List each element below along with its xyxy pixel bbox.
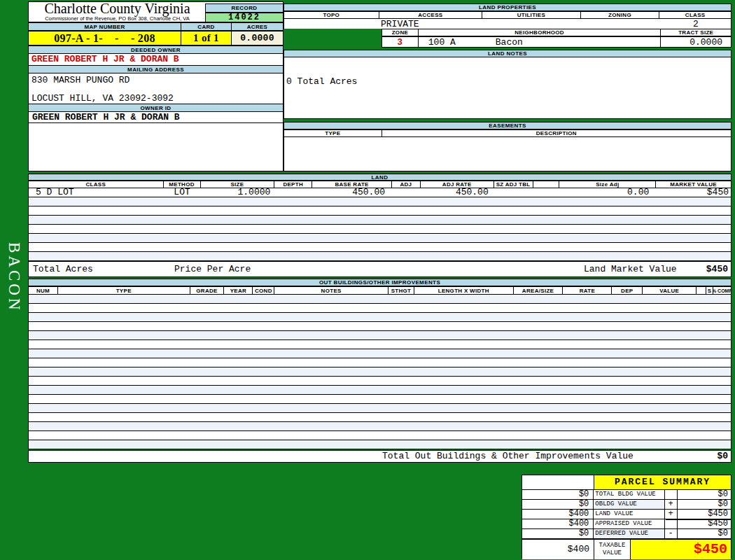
empty-row — [29, 349, 731, 358]
value-deferred: $0 — [678, 529, 731, 538]
record-label: RECORD — [205, 4, 284, 13]
op-deferred: - — [665, 529, 678, 538]
owner-id-value: GREEN ROBERT H JR & DORAN B — [29, 112, 283, 123]
land-cell-sz-adj-tbl — [494, 188, 533, 197]
land-section-label: LAND — [28, 174, 732, 181]
land-cell-method: LOT — [164, 188, 201, 197]
sum-line-appraised — [666, 519, 731, 520]
empty-row — [29, 386, 731, 395]
col-utilities: UTILITIES — [482, 12, 581, 18]
map-header-row: MAP NUMBER CARD ACRES — [28, 22, 284, 31]
acres-value: 0.0000 — [232, 31, 283, 45]
prior-total-bldg: $0 — [522, 490, 594, 499]
county-header: Charlotte County Virginia Commissioner o… — [29, 2, 206, 23]
address-line-2: LOCUST HILL, VA 23092-3092 — [31, 93, 174, 104]
ob-col-dep: DEP — [612, 287, 643, 294]
value-obldg: $0 — [678, 500, 731, 509]
neighborhood-name: Bacon — [496, 37, 523, 47]
property-record-page: BACON Charlotte County Virginia Commissi… — [0, 0, 735, 560]
empty-row — [29, 243, 731, 252]
deeded-owner-label: DEEDED OWNER — [29, 46, 283, 54]
record-value: 14022 — [205, 13, 284, 22]
op-total-bldg — [665, 490, 678, 499]
summary-row-appraised: $400 APPRAISED VALUE $450 — [522, 519, 731, 529]
zone-header-row: ZONE NEIGHBORHOOD TRACT SIZE — [382, 29, 732, 36]
ob-col-cond: COND — [253, 287, 274, 294]
summary-row-deferred: $0 DEFERRED VALUE - $0 — [522, 529, 731, 539]
ob-col-rate: RATE — [563, 287, 612, 294]
address-line-1: 830 MARSH PUNGO RD — [31, 75, 130, 85]
empty-row — [29, 395, 731, 404]
map-number-value: 097-A - 1- - - 208 — [29, 31, 181, 45]
ob-col-s: S — [706, 287, 713, 294]
zone-label: ZONE — [382, 29, 419, 36]
ob-col-length-width: LENGTH X WIDTH — [414, 287, 514, 294]
land-columns: CLASS METHOD SIZE DEPTH BASE RATE ADJ AD… — [28, 181, 732, 188]
label-taxable-line1: TAXABLE — [599, 542, 626, 549]
empty-row — [29, 377, 731, 386]
summary-row-total-bldg: $0 TOTAL BLDG VALUE $0 — [522, 490, 731, 500]
out-buildings-total-value: $0 — [717, 451, 728, 462]
label-total-bldg: TOTAL BLDG VALUE — [594, 490, 664, 499]
land-properties-values: PRIVATE 2 — [284, 19, 732, 29]
land-col-sz-adj-tbl: SZ ADJ TBL — [494, 181, 533, 188]
acres-label: ACRES — [232, 23, 283, 30]
land-col-method: METHOD — [164, 181, 201, 188]
parcel-summary: PARCEL SUMMARY $0 TOTAL BLDG VALUE $0 $0… — [522, 475, 732, 559]
deeded-owner-value: GREEN ROBERT H JR & DORAN B — [29, 54, 283, 66]
ob-col-notes: NOTES — [274, 287, 388, 294]
summary-prior-header — [522, 475, 594, 489]
col-zoning: ZONING — [581, 12, 660, 18]
out-buildings-total-label: Total Out Buildings & Other Improvements… — [382, 451, 634, 462]
easements-columns: TYPE DESCRIPTION — [284, 130, 732, 137]
label-obldg: OBLDG VALUE — [594, 500, 664, 509]
title-strip: Charlotte County Virginia Commissioner o… — [28, 1, 284, 22]
land-cell-class: 5 D LOT — [29, 188, 164, 197]
neighborhood-code: 100 A — [419, 37, 496, 47]
prior-taxable: $400 — [522, 540, 594, 559]
map-number-label: MAP NUMBER — [29, 23, 181, 30]
easement-type-label: TYPE — [284, 130, 382, 136]
owner-block: DEEDED OWNER GREEN ROBERT H JR & DORAN B… — [28, 46, 284, 172]
tract-size-label: TRACT SIZE — [661, 29, 731, 36]
label-taxable-line2: VALUE — [603, 550, 622, 556]
taxable-value: $450 — [631, 540, 731, 559]
land-cell-size: 1.0000 — [201, 188, 275, 197]
easements-box — [284, 137, 732, 172]
land-col-adj: ADJ — [392, 181, 421, 188]
label-deferred: DEFERRED VALUE — [594, 529, 664, 538]
access-value: PRIVATE — [381, 19, 419, 29]
value-total-bldg: $0 — [678, 490, 731, 499]
ob-col-grade: GRADE — [190, 287, 225, 294]
empty-row — [29, 340, 731, 349]
op-obldg: + — [665, 500, 678, 509]
land-market-value: $450 — [706, 262, 728, 276]
label-land: LAND VALUE — [594, 510, 664, 519]
zone-value: 3 — [382, 37, 419, 47]
summary-row-land: $400 LAND VALUE + $450 — [522, 510, 731, 519]
land-notes-text: 0 Total Acres — [286, 76, 357, 87]
ob-col-sthgt: STHGT — [388, 287, 414, 294]
county-subtitle: Commissioner of the Revenue, PO Box 308,… — [29, 15, 206, 22]
owner-id-label: OWNER ID — [29, 104, 283, 112]
empty-row — [29, 304, 731, 313]
col-class: CLASS — [659, 12, 731, 18]
land-notes-box: 0 Total Acres — [284, 57, 732, 119]
ob-col-pct-comp: % COMP — [713, 287, 731, 294]
empty-row — [29, 252, 731, 261]
empty-row — [29, 322, 731, 331]
neighborhood-label: NEIGHBORHOOD — [419, 29, 662, 36]
prior-appraised: $400 — [522, 519, 594, 528]
empty-row — [29, 413, 731, 422]
empty-row — [29, 234, 731, 243]
parcel-summary-header: PARCEL SUMMARY — [522, 475, 731, 490]
land-col-adj-rate: ADJ RATE — [421, 181, 494, 188]
land-market-value-label: Land Market Value — [584, 262, 677, 276]
prior-land: $400 — [522, 510, 594, 519]
label-appraised: APPRAISED VALUE — [594, 519, 664, 528]
empty-row — [29, 358, 731, 368]
land-cell-base-rate: 450.00 — [312, 188, 392, 197]
zone-value-row: 3 100 A Bacon 0.0000 — [382, 36, 732, 48]
card-value: 1 of 1 — [181, 31, 232, 45]
out-buildings-empty-rows — [28, 295, 732, 449]
